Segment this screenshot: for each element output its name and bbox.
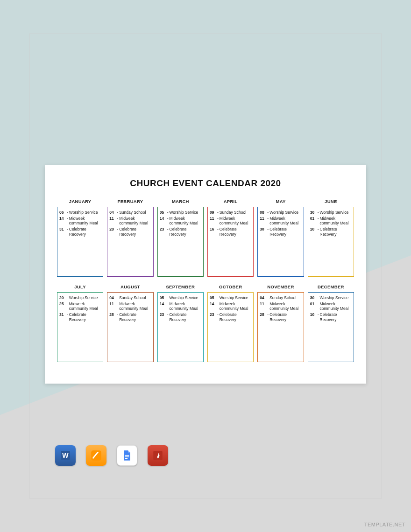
month-name: NOVEMBER	[257, 284, 304, 289]
event-row: 16-Celebrate Recovery	[210, 227, 251, 237]
event-day: 28	[260, 312, 266, 322]
event-row: 11-Midweek community Meal	[260, 301, 301, 311]
event-row: 05-Worship Service	[160, 210, 201, 215]
event-dash: -	[318, 216, 319, 226]
event-dash: -	[318, 301, 319, 311]
event-dash: -	[67, 295, 68, 301]
document-page: CHURCH EVENT CALENDAR 2020 JANUARY06-Wor…	[45, 165, 366, 384]
event-row: 10-Celebrate Recovery	[310, 227, 352, 237]
event-dash: -	[167, 227, 169, 237]
event-day: 30	[310, 295, 317, 301]
event-row: 23-Celebrate Recovery	[160, 312, 201, 322]
event-day: 11	[210, 216, 216, 226]
event-day: 10	[310, 312, 317, 322]
format-icons-row: W	[55, 445, 168, 466]
month-name: JANUARY	[57, 199, 103, 204]
event-text: Celebrate Recovery	[69, 312, 101, 322]
event-day: 04	[109, 210, 116, 215]
month-name: MAY	[257, 199, 304, 204]
event-day: 11	[109, 301, 116, 311]
event-day: 14	[160, 216, 166, 226]
event-text: Midweek community Meal	[220, 216, 251, 226]
event-day: 04	[260, 295, 266, 301]
svg-text:W: W	[62, 452, 69, 459]
event-row: 25-Midweek community Meal	[59, 301, 101, 311]
event-day: 09	[210, 210, 216, 215]
month-box: 08-Worship Service11-Midweek community M…	[257, 207, 304, 277]
month-column: JUNE30-Worship Service01-Midweek communi…	[308, 199, 354, 277]
svg-rect-5	[125, 456, 129, 457]
event-day: 08	[260, 210, 266, 215]
event-text: Midweek community Meal	[320, 216, 352, 226]
event-day: 23	[160, 227, 166, 237]
event-text: Worship Service	[170, 210, 198, 215]
event-row: 31-Celebrate Recovery	[59, 312, 101, 322]
month-name: APRIL	[207, 199, 254, 204]
event-text: Worship Service	[69, 295, 98, 301]
event-text: Worship Service	[320, 295, 349, 301]
svg-rect-6	[125, 458, 128, 459]
event-day: 05	[160, 210, 166, 215]
word-icon[interactable]: W	[55, 445, 76, 466]
event-row: 23-Celebrate Recovery	[160, 227, 201, 237]
pdf-icon[interactable]	[148, 445, 168, 466]
month-name: SEPTEMBER	[157, 284, 204, 289]
month-column: FEBRUARY04-Sunday School11-Midweek commu…	[107, 199, 153, 277]
event-row: 11-Midweek community Meal	[109, 301, 151, 311]
event-row: 31-Celebrate Recovery	[59, 227, 101, 237]
event-day: 28	[109, 227, 116, 237]
event-day: 30	[260, 227, 266, 237]
month-box: 05-Worship Service14-Midweek community M…	[157, 207, 204, 277]
event-row: 04-Sunday School	[260, 295, 301, 301]
event-day: 28	[109, 312, 116, 322]
event-day: 16	[210, 227, 216, 237]
event-dash: -	[217, 301, 219, 311]
event-dash: -	[217, 295, 219, 301]
event-text: Celebrate Recovery	[170, 227, 202, 237]
month-box: 04-Sunday School11-Midweek community Mea…	[257, 292, 304, 362]
event-text: Midweek community Meal	[69, 301, 101, 311]
event-text: Celebrate Recovery	[320, 312, 352, 322]
event-row: 11-Midweek community Meal	[260, 216, 301, 226]
month-box: 30-Worship Service01-Midweek community M…	[308, 292, 354, 362]
event-day: 01	[310, 301, 317, 311]
event-day: 31	[59, 312, 66, 322]
month-column: DECEMBER30-Worship Service01-Midweek com…	[308, 284, 354, 362]
month-name: FEBRUARY	[107, 199, 153, 204]
event-dash: -	[67, 227, 68, 237]
event-dash: -	[167, 210, 169, 215]
event-text: Celebrate Recovery	[69, 227, 101, 237]
event-row: 05-Worship Service	[160, 295, 201, 301]
month-name: DECEMBER	[308, 284, 354, 289]
event-day: 11	[260, 301, 266, 311]
event-day: 23	[210, 312, 216, 322]
event-row: 28-Celebrate Recovery	[260, 312, 301, 322]
event-row: 30-Worship Service	[310, 210, 352, 215]
event-text: Midweek community Meal	[320, 301, 352, 311]
watermark-text: TEMPLATE.NET	[364, 522, 405, 527]
pages-icon[interactable]	[86, 445, 106, 466]
event-day: 25	[59, 301, 66, 311]
event-dash: -	[167, 301, 169, 311]
event-dash: -	[117, 295, 118, 301]
calendar-grid: JANUARY06-Worship Service14-Midweek comm…	[57, 199, 354, 362]
event-text: Sunday School	[119, 295, 146, 301]
event-day: 11	[260, 216, 266, 226]
google-docs-icon[interactable]	[117, 445, 137, 466]
event-text: Celebrate Recovery	[170, 312, 202, 322]
event-text: Worship Service	[170, 295, 198, 301]
event-row: 04-Sunday School	[109, 210, 151, 215]
event-day: 14	[210, 301, 216, 311]
month-box: 09-Sunday School11-Midweek community Mea…	[207, 207, 254, 277]
month-column: APRIL09-Sunday School11-Midweek communit…	[207, 199, 254, 277]
event-text: Celebrate Recovery	[119, 312, 151, 322]
month-name: JUNE	[308, 199, 354, 204]
event-text: Worship Service	[269, 210, 298, 215]
event-dash: -	[318, 227, 319, 237]
event-dash: -	[267, 227, 269, 237]
event-day: 01	[310, 216, 317, 226]
event-dash: -	[117, 216, 118, 226]
event-day: 14	[160, 301, 166, 311]
month-column: NOVEMBER04-Sunday School11-Midweek commu…	[257, 284, 304, 362]
event-text: Midweek community Meal	[170, 216, 202, 226]
